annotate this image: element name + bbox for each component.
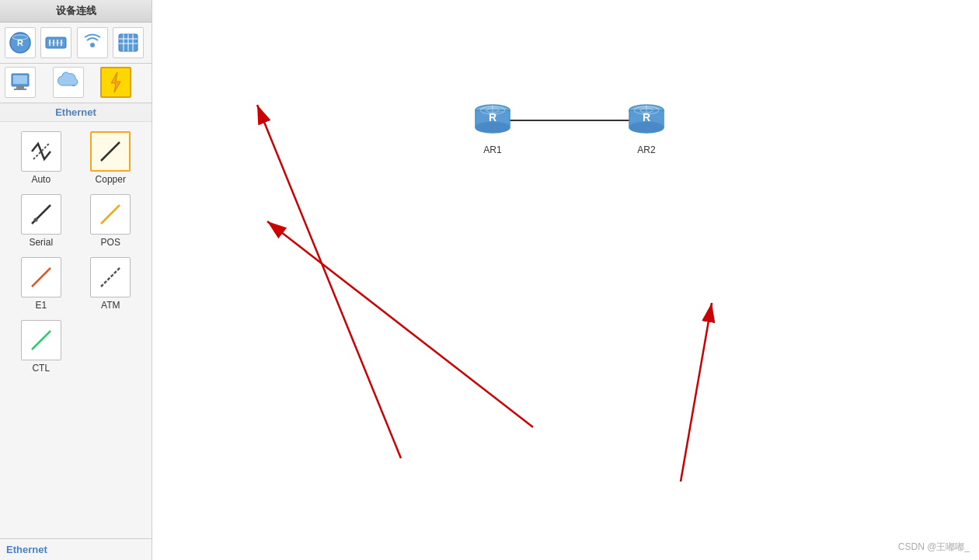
router-ar2[interactable]: R AR2	[626, 101, 667, 155]
svg-point-9	[90, 43, 95, 47]
router-icon: R	[9, 31, 32, 54]
cable-copper-icon-box	[90, 131, 131, 172]
router-ar1[interactable]: R AR1	[472, 101, 513, 155]
cable-serial[interactable]: Serial	[8, 191, 75, 251]
svg-marker-20	[111, 72, 120, 92]
svg-line-34	[267, 221, 533, 427]
e1-cable-icon	[27, 263, 55, 291]
router-ar1-icon: R	[472, 101, 513, 141]
pos-cable-icon	[96, 200, 124, 228]
cable-e1[interactable]: E1	[8, 254, 75, 314]
svg-point-38	[476, 122, 510, 133]
cable-pos-label: POS	[101, 237, 120, 248]
cable-serial-icon-box	[21, 194, 61, 235]
cable-auto-label: Auto	[31, 174, 51, 185]
cable-ctl[interactable]: CTL	[8, 317, 75, 377]
cable-atm-label: ATM	[101, 300, 120, 311]
cable-atm-icon-box	[90, 257, 131, 297]
svg-line-27	[101, 268, 120, 287]
bottom-ethernet-label: Ethernet	[0, 538, 152, 560]
cable-serial-label: Serial	[29, 237, 53, 248]
svg-line-33	[257, 105, 401, 458]
wireless-icon	[81, 31, 104, 54]
cable-grid: Auto Copper Serial	[0, 122, 152, 383]
ethernet-section-label: Ethernet	[0, 103, 152, 122]
cable-atm[interactable]: ATM	[78, 254, 145, 314]
connection-svg	[152, 0, 979, 560]
device-lightning[interactable]	[100, 67, 131, 98]
router-ar2-icon: R	[626, 101, 667, 141]
main-layout: 设备连线 R	[0, 0, 979, 560]
canvas-area[interactable]: R AR1 R AR2 CSDN @王嘟嘟_	[152, 0, 979, 560]
svg-rect-17	[16, 86, 24, 89]
svg-text:R: R	[643, 111, 650, 123]
cable-e1-label: E1	[35, 300, 47, 311]
copper-cable-icon	[96, 137, 124, 165]
watermark: CSDN @王嘟嘟_	[898, 541, 970, 554]
pc-icon	[9, 71, 32, 94]
svg-line-26	[32, 268, 51, 287]
atm-cable-icon	[96, 263, 124, 291]
svg-text:R: R	[489, 111, 496, 123]
router-ar2-label: AR2	[637, 144, 655, 155]
cable-ctl-label: CTL	[32, 363, 50, 374]
svg-point-24	[33, 218, 37, 222]
cable-copper[interactable]: Copper	[78, 128, 145, 188]
arrows-svg	[152, 0, 979, 560]
device-grid-row2	[0, 64, 152, 103]
serial-cable-icon	[27, 200, 55, 228]
svg-line-22	[101, 142, 120, 161]
cable-auto[interactable]: Auto	[8, 128, 75, 188]
auto-cable-icon	[27, 137, 55, 165]
sidebar-title: 设备连线	[0, 0, 152, 23]
firewall-icon	[117, 31, 140, 54]
ctl-cable-icon	[27, 326, 55, 354]
svg-line-35	[681, 303, 712, 482]
device-firewall[interactable]	[113, 27, 144, 58]
cable-copper-label: Copper	[96, 174, 126, 185]
cable-ctl-icon-box	[21, 320, 61, 360]
svg-line-25	[101, 205, 120, 224]
cable-pos-icon-box	[90, 194, 131, 235]
router-ar1-label: AR1	[483, 144, 501, 155]
svg-rect-19	[13, 75, 27, 84]
cloud-icon	[57, 71, 80, 94]
cable-e1-icon-box	[21, 257, 61, 297]
device-switch[interactable]	[40, 27, 71, 58]
device-cloud[interactable]	[53, 67, 84, 98]
svg-rect-18	[14, 89, 26, 90]
svg-line-28	[32, 331, 51, 350]
svg-point-46	[629, 122, 664, 133]
device-router[interactable]: R	[5, 27, 36, 58]
sidebar: 设备连线 R	[0, 0, 152, 560]
device-grid-row1: R	[0, 23, 152, 64]
switch-icon	[44, 31, 68, 54]
cable-pos[interactable]: POS	[78, 191, 145, 251]
lightning-icon	[106, 71, 125, 94]
cable-auto-icon-box	[21, 131, 61, 172]
device-pc[interactable]	[5, 67, 36, 98]
device-wireless[interactable]	[77, 27, 108, 58]
